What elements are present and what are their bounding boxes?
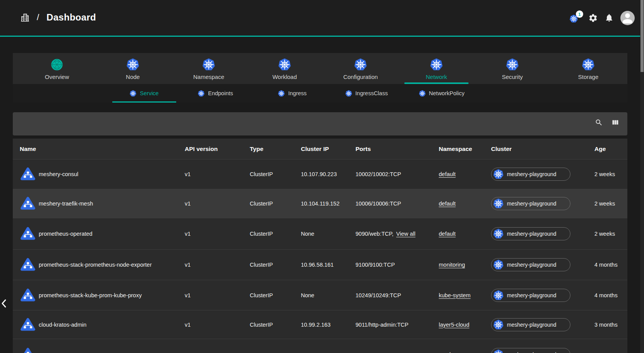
namespace-link[interactable]: layer5-cloud xyxy=(439,322,469,328)
cell-cluster: meshery-playground xyxy=(491,159,570,189)
cluster-chip[interactable]: meshery-playground xyxy=(491,168,570,181)
tab-label: Overview xyxy=(45,74,69,80)
active-subtab-indicator xyxy=(112,101,176,103)
cell-age: 3 months xyxy=(594,310,618,339)
view-columns-icon[interactable] xyxy=(611,118,619,127)
cluster-chip[interactable]: meshery-playground xyxy=(491,289,570,302)
network-resource-subtabs: ServiceEndpointsIngressIngressClassNetwo… xyxy=(13,84,627,103)
cell-ports: 10006/10006:TCP xyxy=(355,189,401,218)
notifications-bell-icon[interactable] xyxy=(605,13,614,22)
kubernetes-icon xyxy=(493,199,503,209)
column-header-namespace[interactable]: Namespace xyxy=(439,139,472,159)
table-row[interactable]: prometheus-stack-kube-prom-kube-proxyv1C… xyxy=(13,280,627,310)
cell-cluster-ip: None xyxy=(301,280,314,310)
tab-storage[interactable]: Storage xyxy=(550,53,626,84)
kubernetes-icon xyxy=(493,229,503,239)
cluster-chip[interactable]: meshery-playground xyxy=(491,227,570,240)
table-row[interactable]: meshery-traefik-meshv1ClusterIP10.104.11… xyxy=(13,189,627,218)
cell-type: ClusterIP xyxy=(250,218,273,249)
tab-label: Workload xyxy=(272,74,297,80)
cluster-chip[interactable]: meshery-playground xyxy=(491,197,570,210)
cell-namespace: meshery xyxy=(439,339,460,353)
cell-name: meshery-consul xyxy=(39,159,78,189)
view-all-ports-link[interactable]: View all xyxy=(396,231,416,237)
namespace-link[interactable]: monitoring xyxy=(439,262,465,268)
kubernetes-icon xyxy=(130,90,136,97)
organization-building-icon[interactable] xyxy=(20,12,30,22)
tab-label: Storage xyxy=(578,74,599,80)
cluster-chip[interactable]: meshery-playground xyxy=(491,348,570,353)
collapse-drawer-chevron[interactable] xyxy=(1,299,7,308)
kubernetes-icon xyxy=(493,290,503,300)
cluster-chip[interactable]: meshery-playground xyxy=(491,318,570,331)
page-title: Dashboard xyxy=(46,12,96,23)
kubernetes-icon xyxy=(493,320,503,330)
namespace-link[interactable]: kube-system xyxy=(439,292,471,298)
service-resource-icon xyxy=(20,159,36,189)
service-resource-icon xyxy=(20,189,36,218)
tab-overview[interactable]: Overview xyxy=(19,53,95,84)
cell-api-version: v1 xyxy=(185,250,191,280)
tab-configuration[interactable]: Configuration xyxy=(323,53,398,84)
cell-namespace: default xyxy=(439,159,456,189)
cell-cluster: meshery-playground xyxy=(491,189,570,218)
column-header-age[interactable]: Age xyxy=(594,139,606,159)
tab-workload[interactable]: Workload xyxy=(247,53,323,84)
column-header-type[interactable]: Type xyxy=(250,139,263,159)
table-row[interactable]: prometheus-operatedv1ClusterIPNone9090/w… xyxy=(13,218,627,249)
search-icon[interactable] xyxy=(595,118,603,127)
subtab-ingress[interactable]: Ingress xyxy=(255,84,330,103)
cell-ports: 10002/10002:TCP xyxy=(355,159,401,189)
service-resource-icon xyxy=(20,280,36,310)
tab-node[interactable]: Node xyxy=(95,53,171,84)
service-resource-icon xyxy=(20,339,36,353)
table-toolbar xyxy=(13,112,627,135)
services-table: NameAPI versionTypeCluster IPPortsNamesp… xyxy=(13,139,627,353)
table-row[interactable]: prometheus-stack-prometheus-node-exporte… xyxy=(13,249,627,280)
user-avatar[interactable] xyxy=(620,11,635,25)
subtab-networkpolicy[interactable]: NetworkPolicy xyxy=(403,84,480,103)
column-header-api-version[interactable]: API version xyxy=(185,139,218,159)
cell-name: prometheus-stack-prometheus-node-exporte… xyxy=(39,250,152,280)
cell-age: 2 weeks xyxy=(594,159,615,189)
cell-name: prometheus-stack-kube-prom-kube-proxy xyxy=(39,280,142,310)
table-row[interactable]: mesherymeshery-playground xyxy=(13,339,627,353)
tab-label: Node xyxy=(126,74,140,80)
service-resource-icon xyxy=(20,250,36,280)
cell-type: ClusterIP xyxy=(250,250,273,280)
settings-gear-icon[interactable] xyxy=(588,13,598,23)
table-row[interactable]: meshery-consulv1ClusterIP10.107.90.22310… xyxy=(13,159,627,189)
tab-namespace[interactable]: Namespace xyxy=(171,53,247,84)
column-header-name[interactable]: Name xyxy=(20,139,36,159)
meshery-logo-icon xyxy=(51,58,63,71)
tab-security[interactable]: Security xyxy=(474,53,550,84)
cell-api-version: v1 xyxy=(185,159,191,189)
subtab-endpoints[interactable]: Endpoints xyxy=(176,84,255,103)
scrollbar-thumb[interactable] xyxy=(641,0,644,72)
cell-cluster: meshery-playground xyxy=(491,218,570,249)
table-row[interactable]: cloud-kratos-adminv1ClusterIP10.99.2.163… xyxy=(13,310,627,339)
tab-label: Namespace xyxy=(193,74,224,80)
cell-ports: 9011/http-admin:TCP xyxy=(355,310,409,339)
cell-name: meshery-traefik-mesh xyxy=(39,189,93,218)
column-header-cluster[interactable]: Cluster xyxy=(491,139,512,159)
subtab-ingressclass[interactable]: IngressClass xyxy=(330,84,403,103)
kubernetes-icon xyxy=(493,169,503,179)
column-header-cluster-ip[interactable]: Cluster IP xyxy=(301,139,329,159)
kubernetes-icon xyxy=(278,58,291,71)
namespace-link[interactable]: default xyxy=(439,171,456,177)
cluster-chip[interactable]: meshery-playground xyxy=(491,258,570,271)
column-header-ports[interactable]: Ports xyxy=(355,139,371,159)
cell-api-version: v1 xyxy=(185,310,191,339)
context-count-badge: 1 xyxy=(576,10,583,18)
cell-namespace: default xyxy=(439,189,456,218)
namespace-link[interactable]: default xyxy=(439,231,456,237)
resource-category-tabs: OverviewNodeNamespaceWorkloadConfigurati… xyxy=(13,53,627,84)
namespace-link[interactable]: meshery xyxy=(439,351,460,353)
tab-network[interactable]: Network xyxy=(398,53,474,84)
person-icon xyxy=(620,11,635,25)
cell-cluster-ip: 10.107.90.223 xyxy=(301,159,337,189)
subtab-service[interactable]: Service xyxy=(112,84,176,103)
vertical-scrollbar[interactable] xyxy=(640,0,644,353)
namespace-link[interactable]: default xyxy=(439,200,456,207)
